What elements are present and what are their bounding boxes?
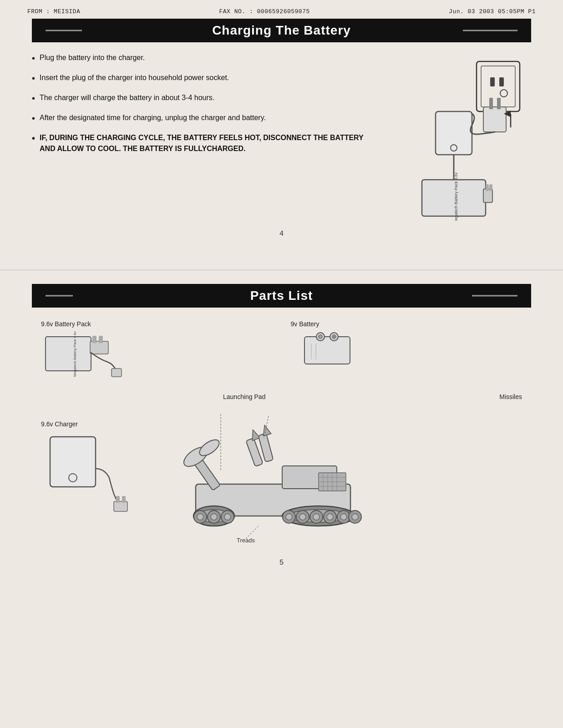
svg-rect-18 [90, 341, 108, 354]
bullet-4: • After the designated time for charging… [32, 112, 376, 124]
missiles-label: Missiles [499, 393, 522, 400]
bullet-text-3: The charger will charge the battery in a… [40, 92, 214, 103]
bullet-text-2: Insert the plug of the charger into hous… [40, 72, 229, 83]
fax-date: Jun. 03 2003 05:05PM P1 [449, 8, 536, 15]
fax-no: FAX NO. : 00065926059075 [219, 8, 310, 15]
svg-rect-30 [50, 437, 96, 487]
svg-rect-19 [92, 336, 96, 343]
parts-section: Parts List 9.6v Battery Pack Megatech Ba… [0, 284, 563, 585]
missiles-label-wrap: Missiles [499, 393, 522, 400]
charger-label: 9.6v Charger [41, 420, 159, 428]
launching-pad-label-wrap: Launching Pad [223, 393, 265, 400]
parts-top-row: 9.6v Battery Pack Megatech Battery Pack … [32, 320, 531, 384]
charging-title: Charging The Battery [32, 19, 531, 42]
bullet-1: • Plug the battery into the charger. [32, 52, 376, 64]
svg-point-73 [352, 514, 358, 520]
fax-from: FROM : MEISIDA [27, 8, 80, 15]
bullet-symbol-4: • [32, 112, 35, 124]
part-battery-pack: 9.6v Battery Pack Megatech Battery Pack … [41, 320, 273, 384]
launching-pad-label: Launching Pad [223, 393, 265, 400]
svg-text:Megatech Battery Pack 9.6v: Megatech Battery Pack 9.6v [73, 331, 77, 377]
svg-point-71 [340, 514, 347, 520]
bullet-text-4: After the designated time for charging, … [40, 112, 266, 123]
svg-rect-32 [114, 501, 127, 511]
tank-illustration: Treads [168, 402, 396, 548]
svg-rect-2 [490, 77, 495, 86]
charger-illustration [41, 428, 141, 519]
fax-header: FROM : MEISIDA FAX NO. : 00065926059075 … [0, 0, 563, 19]
9v-battery-label: 9v Battery [291, 320, 522, 328]
bullet-symbol-1: • [32, 52, 35, 64]
page-number-5: 5 [32, 559, 531, 567]
svg-text:Megatech Battery Pack 9.6v: Megatech Battery Pack 9.6v [454, 172, 458, 221]
part-tank-assembly: Launching Pad Missiles [168, 393, 522, 550]
battery-pack-illustration: Megatech Battery Pack 9.6v [41, 328, 132, 382]
part-charger: 9.6v Charger [41, 393, 159, 550]
bullet-2: • Insert the plug of the charger into ho… [32, 72, 376, 84]
svg-point-57 [211, 514, 217, 520]
bullet-symbol-5: • [32, 132, 35, 144]
svg-point-4 [500, 90, 507, 97]
page-divider [0, 270, 563, 270]
svg-point-67 [313, 514, 320, 520]
battery-pack-label: 9.6v Battery Pack [41, 320, 273, 328]
bullet-symbol-3: • [32, 92, 35, 104]
svg-rect-6 [489, 98, 493, 109]
svg-text:+: + [319, 335, 321, 339]
svg-rect-20 [99, 336, 103, 343]
bullet-5: • IF, DURING THE CHARGING CYCLE, THE BAT… [32, 132, 376, 154]
svg-point-27 [332, 334, 336, 339]
parts-title: Parts List [32, 284, 531, 308]
svg-rect-7 [497, 98, 501, 109]
bullet-text-1: Plug the battery into the charger. [40, 52, 145, 63]
bullet-3: • The charger will charge the battery in… [32, 92, 376, 104]
charging-illustration: Megatech Battery Pack 9.6v [390, 57, 527, 221]
page: FROM : MEISIDA FAX NO. : 00065926059075 … [0, 0, 563, 728]
charging-layout: • Plug the battery into the charger. • I… [32, 52, 531, 221]
svg-point-69 [327, 514, 333, 520]
page-number-4: 4 [32, 230, 531, 238]
svg-point-59 [224, 514, 231, 520]
charging-section: Charging The Battery • Plug the battery … [0, 19, 563, 256]
svg-point-63 [286, 514, 292, 520]
svg-rect-8 [436, 111, 472, 155]
svg-rect-3 [499, 77, 504, 86]
svg-rect-14 [486, 184, 489, 191]
svg-rect-21 [112, 369, 122, 377]
parts-bottom-area: 9.6v Charger Launching Pad [32, 393, 531, 550]
svg-point-65 [299, 514, 306, 520]
charging-text: • Plug the battery into the charger. • I… [32, 52, 376, 221]
svg-text:Treads: Treads [237, 537, 255, 544]
svg-rect-34 [122, 496, 126, 503]
charging-image: Megatech Battery Pack 9.6v [385, 52, 531, 221]
bullet-text-5: IF, DURING THE CHARGING CYCLE, THE BATTE… [40, 132, 376, 154]
svg-rect-5 [483, 107, 506, 132]
9v-battery-illustration: + [291, 328, 364, 369]
part-9v-battery: 9v Battery + [291, 320, 522, 384]
svg-rect-16 [46, 337, 91, 371]
svg-point-55 [197, 514, 203, 520]
bullet-symbol-2: • [32, 72, 35, 84]
svg-rect-15 [489, 184, 492, 191]
svg-rect-33 [116, 496, 120, 503]
